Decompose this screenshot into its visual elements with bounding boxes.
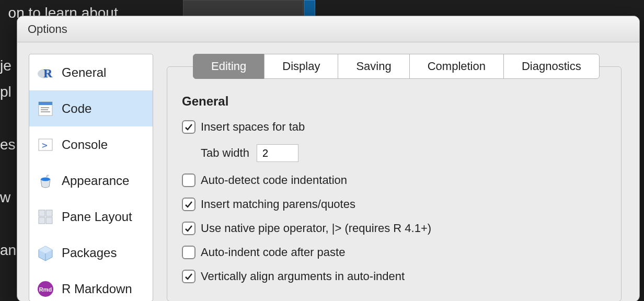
checkbox-insert-spaces[interactable] [182, 120, 196, 134]
svg-text:Rmd: Rmd [39, 286, 52, 293]
sidebar-item-label: Pane Layout [62, 210, 132, 224]
sidebar-item-console[interactable]: > Console [29, 126, 153, 163]
options-main: General Insert spaces for tab Tab width … [167, 54, 628, 301]
option-label: Use native pipe operator, |> (requires R… [201, 222, 431, 235]
background-tabs [183, 0, 303, 17]
checkbox-auto-indent-paste[interactable] [182, 246, 196, 259]
editing-panel: General Insert spaces for tab Tab width … [167, 66, 622, 301]
option-auto-indent-paste[interactable]: Auto-indent code after paste [182, 246, 606, 259]
svg-text:>: > [42, 140, 48, 150]
section-title-general: General [182, 94, 606, 109]
sidebar-item-label: Code [62, 101, 91, 116]
tab-width-input[interactable] [257, 144, 298, 162]
prompt-icon: > [37, 136, 54, 154]
svg-rect-13 [46, 217, 52, 224]
svg-rect-11 [46, 210, 52, 216]
sidebar-item-label: General [62, 65, 106, 80]
svg-rect-3 [39, 102, 52, 105]
dialog-body: R General Code > Console Appear [17, 42, 639, 301]
sidebar-item-pane-layout[interactable]: Pane Layout [29, 199, 153, 235]
option-vertical-align[interactable]: Vertically align arguments in auto-inden… [182, 270, 606, 283]
tab-width-label: Tab width [201, 146, 249, 160]
option-label: Insert spaces for tab [201, 120, 305, 134]
sidebar-item-rmarkdown[interactable]: Rmd R Markdown [29, 271, 153, 301]
svg-text:R: R [43, 66, 53, 80]
option-insert-spaces[interactable]: Insert spaces for tab [182, 120, 606, 134]
svg-rect-12 [39, 217, 45, 224]
option-label: Auto-indent code after paste [201, 246, 345, 259]
option-matching-parens[interactable]: Insert matching parens/quotes [182, 198, 606, 211]
tab-completion[interactable]: Completion [409, 54, 504, 79]
dialog-titlebar: Options [17, 16, 639, 42]
sidebar-item-general[interactable]: R General [29, 54, 153, 90]
dialog-title: Options [28, 22, 67, 36]
tab-display[interactable]: Display [264, 54, 338, 79]
code-file-icon [37, 100, 54, 118]
option-native-pipe[interactable]: Use native pipe operator, |> (requires R… [182, 222, 606, 235]
grid-icon [37, 208, 54, 226]
sidebar-item-appearance[interactable]: Appearance [29, 163, 153, 199]
r-logo-icon: R [37, 64, 54, 82]
checkbox-matching-parens[interactable] [182, 198, 196, 211]
code-tabs: Editing Display Saving Completion Diagno… [193, 54, 600, 79]
option-auto-detect-indent[interactable]: Auto-detect code indentation [182, 173, 606, 187]
option-label: Vertically align arguments in auto-inden… [201, 270, 405, 283]
sidebar-item-packages[interactable]: Packages [29, 235, 153, 271]
checkbox-auto-detect-indent[interactable] [182, 173, 196, 187]
checkbox-native-pipe[interactable] [182, 222, 196, 235]
option-label: Insert matching parens/quotes [201, 198, 355, 211]
rmd-icon: Rmd [37, 280, 54, 298]
options-dialog: Options R General Code > Console [17, 16, 640, 301]
options-sidebar: R General Code > Console Appear [29, 54, 153, 301]
tab-saving[interactable]: Saving [338, 54, 409, 79]
sidebar-item-label: R Markdown [62, 282, 132, 296]
option-label: Auto-detect code indentation [201, 173, 347, 187]
sidebar-item-label: Console [62, 137, 108, 152]
paint-bucket-icon [37, 172, 54, 190]
svg-rect-10 [39, 210, 45, 216]
tab-diagnostics[interactable]: Diagnostics [503, 54, 600, 79]
sidebar-item-label: Packages [62, 246, 117, 260]
checkbox-vertical-align[interactable] [182, 270, 196, 283]
svg-point-9 [41, 177, 50, 181]
tab-editing[interactable]: Editing [193, 54, 264, 79]
tab-width-row: Tab width [201, 144, 606, 162]
sidebar-item-code[interactable]: Code [29, 90, 153, 126]
sidebar-item-label: Appearance [62, 173, 129, 188]
package-icon [37, 244, 54, 262]
